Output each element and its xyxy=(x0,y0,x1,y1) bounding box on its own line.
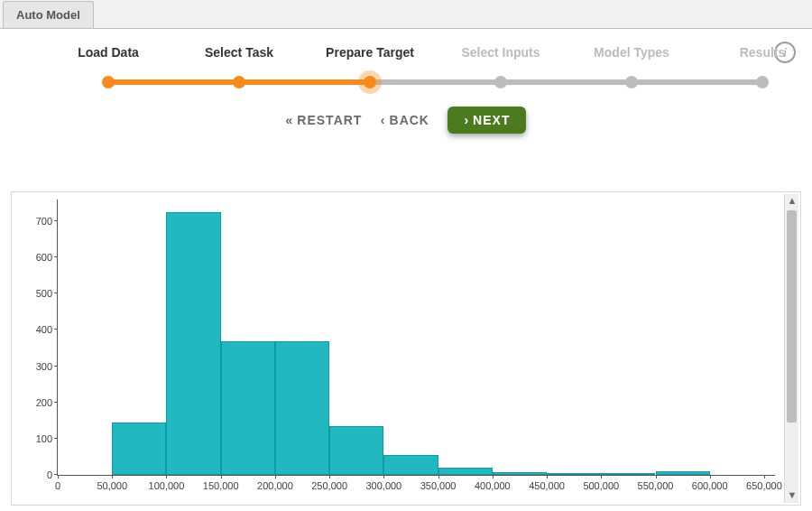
back-button[interactable]: ‹BACK xyxy=(381,113,429,127)
y-tick-label: 500 xyxy=(22,288,52,299)
stepper-label[interactable]: Prepare Target xyxy=(326,45,414,60)
restart-label: RESTART xyxy=(297,113,362,127)
scrollbar[interactable]: ▲ ▼ xyxy=(784,194,798,503)
x-tick-label: 600,000 xyxy=(692,480,728,491)
y-tick-label: 100 xyxy=(22,433,52,444)
y-tick-label: 600 xyxy=(22,252,52,263)
page: i Load DataSelect TaskPrepare TargetSele… xyxy=(0,29,812,511)
stepper-dot[interactable] xyxy=(494,76,507,88)
y-tick-label: 200 xyxy=(22,397,52,408)
histogram-bar xyxy=(438,468,493,475)
x-tick-label: 250,000 xyxy=(311,480,347,491)
double-chevron-left-icon: « xyxy=(286,113,294,127)
histogram-bar xyxy=(547,473,601,475)
restart-button[interactable]: «RESTART xyxy=(286,113,363,127)
x-tick-label: 150,000 xyxy=(203,480,239,491)
x-tick-mark xyxy=(112,475,113,478)
x-tick-mark xyxy=(221,475,222,478)
x-tick-mark xyxy=(601,475,602,478)
x-tick-mark xyxy=(438,475,439,478)
histogram-bar xyxy=(601,473,655,475)
y-tick-mark xyxy=(54,256,58,257)
chevron-left-icon: ‹ xyxy=(381,113,386,127)
stepper-dot[interactable] xyxy=(102,76,115,88)
stepper-label[interactable]: Load Data xyxy=(78,45,139,60)
stepper: Load DataSelect TaskPrepare TargetSelect… xyxy=(27,29,785,101)
y-tick-label: 300 xyxy=(22,361,52,372)
tab-bar: Auto Model xyxy=(0,0,812,29)
x-tick-mark xyxy=(764,475,765,478)
x-tick-label: 650,000 xyxy=(746,480,782,491)
x-tick-label: 500,000 xyxy=(583,480,619,491)
chevron-right-icon: › xyxy=(464,113,469,127)
x-tick-label: 200,000 xyxy=(257,480,293,491)
x-tick-label: 450,000 xyxy=(529,480,565,491)
stepper-dot[interactable] xyxy=(364,76,376,88)
tab-auto-model[interactable]: Auto Model xyxy=(3,1,94,28)
stepper-dot[interactable] xyxy=(233,76,245,88)
y-tick-mark xyxy=(54,220,58,221)
x-tick-mark xyxy=(166,475,167,478)
y-tick-mark xyxy=(54,402,58,403)
stepper-label[interactable]: Model Types xyxy=(594,45,669,60)
x-tick-mark xyxy=(710,475,711,478)
x-tick-label: 550,000 xyxy=(638,480,674,491)
x-tick-mark xyxy=(493,475,494,478)
x-tick-mark xyxy=(58,475,59,478)
stepper-label[interactable]: Results xyxy=(740,45,786,60)
stepper-label[interactable]: Select Task xyxy=(205,45,273,60)
x-tick-mark xyxy=(383,475,384,478)
x-tick-label: 0 xyxy=(55,480,60,491)
histogram-bar xyxy=(221,341,275,475)
chart-panel: 0100200300400500600700050,000100,000150,… xyxy=(11,191,801,506)
histogram-bar xyxy=(383,455,438,475)
y-tick-mark xyxy=(54,366,58,367)
y-tick-label: 400 xyxy=(22,324,52,335)
stepper-dot[interactable] xyxy=(756,76,769,88)
histogram-bar xyxy=(656,471,710,475)
next-button[interactable]: ›NEXT xyxy=(448,107,526,134)
y-tick-mark xyxy=(54,329,58,330)
histogram-bar xyxy=(493,472,547,475)
histogram-chart: 0100200300400500600700050,000100,000150,… xyxy=(21,200,775,496)
histogram-bar xyxy=(166,212,220,475)
x-tick-label: 300,000 xyxy=(365,480,401,491)
x-tick-mark xyxy=(547,475,548,478)
back-label: BACK xyxy=(390,113,429,127)
scroll-thumb[interactable] xyxy=(787,210,797,423)
y-tick-mark xyxy=(54,293,58,293)
scroll-down-arrow-icon[interactable]: ▼ xyxy=(785,488,799,503)
histogram-bar xyxy=(275,341,329,475)
histogram-bar xyxy=(329,426,383,475)
stepper-track-future xyxy=(370,79,762,85)
x-tick-label: 400,000 xyxy=(475,480,511,491)
stepper-dot[interactable] xyxy=(625,76,638,88)
x-tick-mark xyxy=(656,475,657,478)
y-tick-mark xyxy=(54,438,58,439)
nav-row: «RESTART ‹BACK ›NEXT xyxy=(0,107,812,134)
x-tick-label: 350,000 xyxy=(420,480,457,491)
scroll-up-arrow-icon[interactable]: ▲ xyxy=(785,194,799,209)
x-tick-mark xyxy=(329,475,330,478)
stepper-label[interactable]: Select Inputs xyxy=(461,45,540,60)
next-label: NEXT xyxy=(473,113,510,127)
histogram-bar xyxy=(112,423,166,475)
x-tick-label: 50,000 xyxy=(97,480,127,491)
plot-area: 0100200300400500600700050,000100,000150,… xyxy=(57,200,775,476)
x-tick-label: 100,000 xyxy=(149,480,185,491)
y-tick-label: 0 xyxy=(22,469,52,480)
y-tick-label: 700 xyxy=(22,216,52,227)
x-tick-mark xyxy=(275,475,276,478)
